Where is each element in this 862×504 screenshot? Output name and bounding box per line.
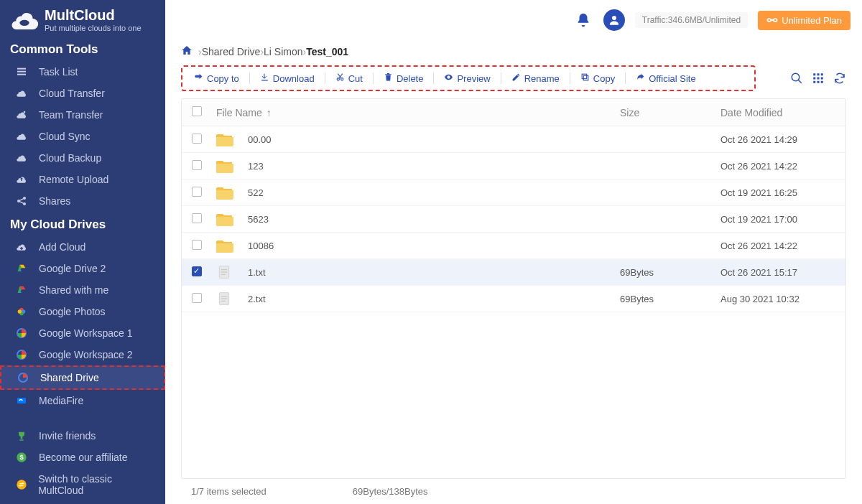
refresh-icon[interactable] — [833, 72, 846, 85]
tool-label: Delete — [397, 73, 424, 84]
main-area: Traffic:346.6MB/Unlimited Unlimited Plan… — [165, 0, 862, 504]
file-name: 2.txt — [248, 294, 266, 304]
nav-cloud-transfer[interactable]: Cloud Transfer — [0, 83, 165, 104]
trophy-icon — [14, 430, 29, 442]
drive-google-photos[interactable]: Google Photos — [0, 301, 165, 322]
file-row[interactable]: 522 Oct 19 2021 16:25 — [182, 179, 845, 206]
file-row[interactable]: 1.txt 69Bytes Oct 26 2021 15:17 — [182, 259, 845, 286]
preview-button[interactable]: Preview — [437, 70, 497, 87]
drive-google-drive-2[interactable]: Google Drive 2 — [0, 258, 165, 279]
drive-google-workspace-1[interactable]: Google Workspace 1 — [0, 322, 165, 344]
bell-icon[interactable] — [573, 10, 593, 30]
nav-team-transfer[interactable]: Team Transfer — [0, 104, 165, 126]
nav-label: Shared Drive — [40, 372, 99, 383]
gwork-icon — [14, 349, 29, 360]
tool-label: Copy to — [207, 73, 239, 84]
svg-point-4 — [24, 111, 26, 113]
nav-label: Team Transfer — [39, 109, 103, 121]
drive-shared-with-me[interactable]: Shared with me — [0, 279, 165, 301]
column-header-name[interactable]: File Name ↑ — [216, 107, 620, 118]
nav-task-list[interactable]: Task List — [0, 61, 165, 83]
grid-view-icon[interactable] — [812, 72, 825, 85]
row-checkbox[interactable] — [192, 266, 202, 276]
svg-rect-34 — [821, 81, 823, 83]
svg-rect-15 — [17, 398, 26, 403]
drive-shared-drive[interactable]: Shared Drive — [0, 365, 165, 390]
breadcrumb-item[interactable]: Li Simon — [264, 46, 302, 57]
column-header-size[interactable]: Size — [620, 107, 720, 118]
tool-label: Download — [273, 73, 315, 84]
rename-button[interactable]: Rename — [504, 70, 567, 87]
plan-button-label: Unlimited Plan — [782, 15, 842, 26]
mediafire-icon — [14, 395, 29, 406]
tool-label: Rename — [524, 73, 560, 84]
row-checkbox[interactable] — [192, 240, 202, 250]
home-icon[interactable] — [181, 45, 193, 58]
cut-button[interactable]: Cut — [328, 70, 370, 87]
unlimited-plan-button[interactable]: Unlimited Plan — [758, 11, 851, 30]
svg-rect-22 — [583, 75, 588, 80]
file-row[interactable]: 00.00 Oct 26 2021 14:29 — [182, 126, 845, 153]
file-row[interactable]: 2.txt 69Bytes Aug 30 2021 10:32 — [182, 286, 845, 312]
toolbar-row: Copy toDownloadCutDeletePreviewRenameCop… — [165, 62, 862, 98]
gwork-icon — [14, 327, 29, 339]
bottom-become-our-affiliate[interactable]: $Become our affiliate — [0, 447, 165, 468]
file-name: 10086 — [248, 241, 274, 251]
nav-cloud-backup[interactable]: Cloud Backup — [0, 147, 165, 169]
select-all-checkbox[interactable] — [192, 106, 202, 116]
nav-remote-upload[interactable]: Remote Upload — [0, 169, 165, 190]
copy-button[interactable]: Copy — [573, 70, 622, 87]
drive-mediafire[interactable]: MediaFire — [0, 390, 165, 411]
brand-title: MultCloud — [45, 7, 142, 24]
add-icon — [14, 241, 29, 253]
svg-rect-1 — [17, 68, 26, 70]
delete-button[interactable]: Delete — [376, 70, 431, 87]
infinity-icon — [766, 15, 778, 26]
official-site-button[interactable]: Official Site — [629, 70, 703, 87]
download-button[interactable]: Download — [253, 70, 322, 87]
team-icon — [14, 109, 29, 121]
search-icon[interactable] — [790, 72, 803, 85]
nav-label: Add Cloud — [39, 241, 85, 253]
file-row[interactable]: 123 Oct 26 2021 14:22 — [182, 153, 845, 179]
svg-point-11 — [18, 309, 22, 313]
gphotos-icon — [14, 306, 29, 317]
nav-shares[interactable]: Shares — [0, 190, 165, 212]
nav-label: Google Workspace 1 — [39, 327, 132, 339]
folder-icon — [216, 185, 233, 200]
toolbar-separator — [433, 73, 434, 84]
sync-icon — [14, 131, 29, 142]
brand-logo[interactable]: MultCloud Put multiple clouds into one — [0, 0, 165, 37]
row-checkbox[interactable] — [192, 187, 202, 197]
user-avatar-icon[interactable] — [603, 9, 625, 31]
row-checkbox[interactable] — [192, 160, 202, 170]
row-checkbox[interactable] — [192, 293, 202, 303]
column-header-date[interactable]: Date Modified — [720, 107, 835, 118]
status-bar: 1/7 items selected 69Bytes/138Bytes — [165, 479, 862, 504]
file-row[interactable]: 10086 Oct 26 2021 14:22 — [182, 233, 845, 259]
view-tools — [790, 72, 846, 85]
toolbar-separator — [249, 73, 250, 84]
row-checkbox[interactable] — [192, 134, 202, 144]
nav-label: MediaFire — [39, 395, 83, 406]
drive-google-workspace-2[interactable]: Google Workspace 2 — [0, 344, 165, 365]
svg-point-19 — [612, 16, 616, 20]
file-icon — [216, 265, 233, 279]
svg-rect-28 — [821, 73, 823, 75]
file-date: Oct 26 2021 14:22 — [720, 241, 835, 251]
nav-label: Shares — [39, 195, 70, 207]
drive-add-cloud[interactable]: Add Cloud — [0, 236, 165, 258]
backup-icon — [14, 152, 29, 164]
nav-cloud-sync[interactable]: Cloud Sync — [0, 126, 165, 147]
bottom-invite-friends[interactable]: Invite friends — [0, 425, 165, 447]
file-row[interactable]: 5623 Oct 19 2021 17:00 — [182, 206, 845, 233]
nav-label: Become our affiliate — [39, 452, 127, 463]
file-date: Oct 26 2021 15:17 — [720, 267, 835, 278]
bottom-switch-to-classic-multcloud[interactable]: Switch to classic MultCloud — [0, 468, 165, 501]
nav-label: Invite friends — [39, 430, 96, 442]
copy-to-button[interactable]: Copy to — [187, 70, 246, 87]
breadcrumb-item[interactable]: Shared Drive — [202, 46, 261, 57]
sort-asc-icon: ↑ — [267, 107, 272, 118]
row-checkbox[interactable] — [192, 213, 202, 223]
site-icon — [636, 73, 645, 84]
